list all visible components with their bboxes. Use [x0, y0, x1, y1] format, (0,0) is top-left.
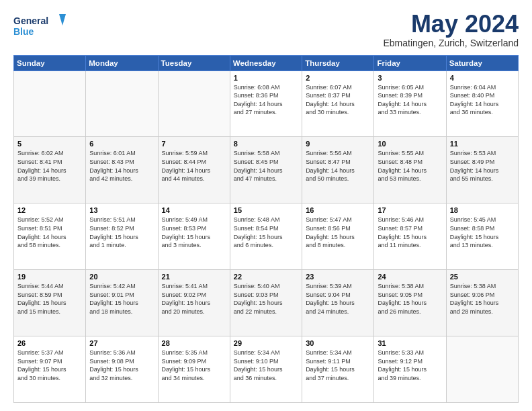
day-info: Sunrise: 6:02 AM Sunset: 8:41 PM Dayligh… [17, 149, 82, 183]
day-info: Sunrise: 6:08 AM Sunset: 8:36 PM Dayligh… [234, 83, 298, 117]
day-info: Sunrise: 5:40 AM Sunset: 9:03 PM Dayligh… [234, 282, 298, 316]
day-number: 1 [234, 74, 298, 82]
col-tuesday: Tuesday [158, 55, 230, 71]
col-thursday: Thursday [302, 55, 374, 71]
day-info: Sunrise: 5:52 AM Sunset: 8:51 PM Dayligh… [17, 216, 82, 249]
calendar-cell: 23Sunrise: 5:39 AM Sunset: 9:04 PM Dayli… [302, 270, 374, 336]
day-number: 26 [17, 339, 82, 347]
svg-text:Blue: Blue [13, 26, 34, 37]
calendar-cell: 16Sunrise: 5:47 AM Sunset: 8:56 PM Dayli… [302, 203, 374, 270]
day-info: Sunrise: 5:38 AM Sunset: 9:06 PM Dayligh… [450, 282, 515, 316]
col-sunday: Sunday [14, 55, 86, 71]
calendar-cell: 27Sunrise: 5:36 AM Sunset: 9:08 PM Dayli… [86, 336, 158, 403]
calendar-header-row: Sunday Monday Tuesday Wednesday Thursday… [14, 55, 519, 71]
day-info: Sunrise: 5:47 AM Sunset: 8:56 PM Dayligh… [306, 216, 370, 249]
day-info: Sunrise: 5:39 AM Sunset: 9:04 PM Dayligh… [306, 282, 370, 316]
day-number: 20 [89, 273, 154, 281]
calendar-cell: 5Sunrise: 6:02 AM Sunset: 8:41 PM Daylig… [14, 137, 86, 203]
day-number: 30 [306, 339, 370, 347]
logo-svg: General Blue [13, 11, 67, 40]
day-number: 19 [17, 273, 82, 281]
day-number: 17 [378, 206, 442, 214]
day-info: Sunrise: 5:45 AM Sunset: 8:58 PM Dayligh… [450, 216, 515, 249]
day-number: 14 [162, 206, 226, 214]
calendar-cell: 20Sunrise: 5:42 AM Sunset: 9:01 PM Dayli… [86, 270, 158, 336]
calendar-cell: 11Sunrise: 5:53 AM Sunset: 8:49 PM Dayli… [446, 137, 518, 203]
calendar-cell: 29Sunrise: 5:34 AM Sunset: 9:10 PM Dayli… [230, 336, 302, 403]
day-info: Sunrise: 5:34 AM Sunset: 9:10 PM Dayligh… [234, 349, 298, 382]
col-friday: Friday [374, 55, 446, 71]
month-title: May 2024 [383, 11, 519, 38]
day-info: Sunrise: 5:59 AM Sunset: 8:44 PM Dayligh… [162, 149, 226, 183]
day-info: Sunrise: 5:55 AM Sunset: 8:48 PM Dayligh… [378, 149, 442, 183]
day-number: 4 [450, 74, 515, 82]
day-info: Sunrise: 6:01 AM Sunset: 8:43 PM Dayligh… [89, 149, 154, 183]
calendar-cell: 18Sunrise: 5:45 AM Sunset: 8:58 PM Dayli… [446, 203, 518, 270]
calendar-cell [14, 71, 86, 137]
calendar-cell: 10Sunrise: 5:55 AM Sunset: 8:48 PM Dayli… [374, 137, 446, 203]
page: General Blue May 2024 Ebmatingen, Zurich… [0, 0, 532, 411]
calendar-cell: 24Sunrise: 5:38 AM Sunset: 9:05 PM Dayli… [374, 270, 446, 336]
calendar-cell: 28Sunrise: 5:35 AM Sunset: 9:09 PM Dayli… [158, 336, 230, 403]
day-number: 23 [306, 273, 370, 281]
calendar-cell: 21Sunrise: 5:41 AM Sunset: 9:02 PM Dayli… [158, 270, 230, 336]
calendar-cell: 3Sunrise: 6:05 AM Sunset: 8:39 PM Daylig… [374, 71, 446, 137]
svg-text:General: General [13, 15, 48, 26]
header: General Blue May 2024 Ebmatingen, Zurich… [13, 11, 519, 48]
calendar-cell: 22Sunrise: 5:40 AM Sunset: 9:03 PM Dayli… [230, 270, 302, 336]
calendar-cell: 9Sunrise: 5:56 AM Sunset: 8:47 PM Daylig… [302, 137, 374, 203]
day-info: Sunrise: 5:42 AM Sunset: 9:01 PM Dayligh… [89, 282, 154, 316]
day-number: 6 [89, 140, 154, 148]
day-number: 9 [306, 140, 370, 148]
day-info: Sunrise: 5:33 AM Sunset: 9:12 PM Dayligh… [378, 349, 442, 382]
day-number: 15 [234, 206, 298, 214]
day-number: 2 [306, 74, 370, 82]
day-info: Sunrise: 5:48 AM Sunset: 8:54 PM Dayligh… [234, 216, 298, 249]
day-info: Sunrise: 5:41 AM Sunset: 9:02 PM Dayligh… [162, 282, 226, 316]
day-number: 27 [89, 339, 154, 347]
calendar-cell: 14Sunrise: 5:49 AM Sunset: 8:53 PM Dayli… [158, 203, 230, 270]
calendar-cell: 25Sunrise: 5:38 AM Sunset: 9:06 PM Dayli… [446, 270, 518, 336]
day-info: Sunrise: 5:46 AM Sunset: 8:57 PM Dayligh… [378, 216, 442, 249]
day-number: 24 [378, 273, 442, 281]
day-info: Sunrise: 5:34 AM Sunset: 9:11 PM Dayligh… [306, 349, 370, 382]
col-wednesday: Wednesday [230, 55, 302, 71]
calendar-cell: 15Sunrise: 5:48 AM Sunset: 8:54 PM Dayli… [230, 203, 302, 270]
day-info: Sunrise: 5:58 AM Sunset: 8:45 PM Dayligh… [234, 149, 298, 183]
calendar-cell [446, 336, 518, 403]
calendar-cell: 7Sunrise: 5:59 AM Sunset: 8:44 PM Daylig… [158, 137, 230, 203]
day-info: Sunrise: 5:35 AM Sunset: 9:09 PM Dayligh… [162, 349, 226, 382]
calendar-cell [158, 71, 230, 137]
calendar-cell: 17Sunrise: 5:46 AM Sunset: 8:57 PM Dayli… [374, 203, 446, 270]
day-number: 18 [450, 206, 515, 214]
day-info: Sunrise: 6:04 AM Sunset: 8:40 PM Dayligh… [450, 83, 515, 117]
svg-marker-2 [59, 14, 66, 26]
day-number: 31 [378, 339, 442, 347]
calendar-cell: 31Sunrise: 5:33 AM Sunset: 9:12 PM Dayli… [374, 336, 446, 403]
day-number: 12 [17, 206, 82, 214]
day-number: 3 [378, 74, 442, 82]
calendar-cell: 19Sunrise: 5:44 AM Sunset: 8:59 PM Dayli… [14, 270, 86, 336]
day-number: 16 [306, 206, 370, 214]
day-info: Sunrise: 5:38 AM Sunset: 9:05 PM Dayligh… [378, 282, 442, 316]
day-number: 28 [162, 339, 226, 347]
day-number: 13 [89, 206, 154, 214]
col-monday: Monday [86, 55, 158, 71]
day-info: Sunrise: 5:49 AM Sunset: 8:53 PM Dayligh… [162, 216, 226, 249]
day-number: 11 [450, 140, 515, 148]
day-number: 5 [17, 140, 82, 148]
day-number: 25 [450, 273, 515, 281]
day-number: 7 [162, 140, 226, 148]
day-info: Sunrise: 5:53 AM Sunset: 8:49 PM Dayligh… [450, 149, 515, 183]
title-block: May 2024 Ebmatingen, Zurich, Switzerland [383, 11, 519, 48]
col-saturday: Saturday [446, 55, 518, 71]
day-number: 10 [378, 140, 442, 148]
day-info: Sunrise: 5:51 AM Sunset: 8:52 PM Dayligh… [89, 216, 154, 249]
day-number: 21 [162, 273, 226, 281]
day-info: Sunrise: 5:36 AM Sunset: 9:08 PM Dayligh… [89, 349, 154, 382]
calendar-cell: 8Sunrise: 5:58 AM Sunset: 8:45 PM Daylig… [230, 137, 302, 203]
day-info: Sunrise: 6:05 AM Sunset: 8:39 PM Dayligh… [378, 83, 442, 117]
calendar-cell [86, 71, 158, 137]
calendar-table: Sunday Monday Tuesday Wednesday Thursday… [13, 55, 519, 403]
day-number: 29 [234, 339, 298, 347]
